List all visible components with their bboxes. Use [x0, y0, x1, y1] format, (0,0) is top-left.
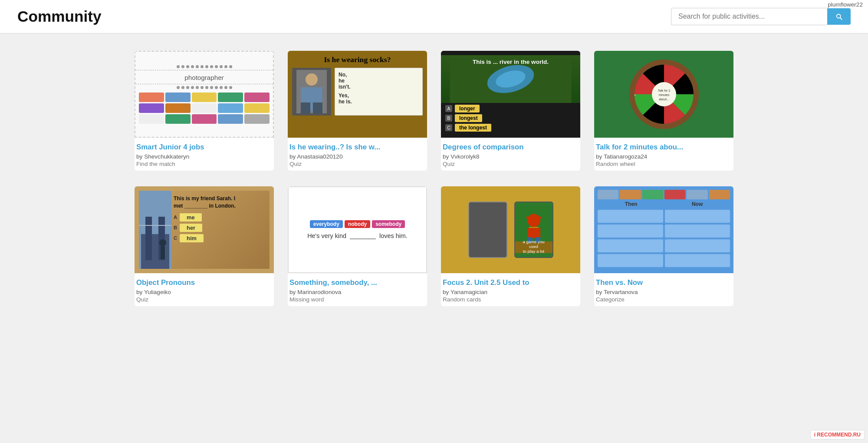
svg-rect-19: [161, 246, 165, 259]
thumb-photographer-label: photographer: [184, 70, 224, 84]
card-thumb-5: This is my friend Sarah. Imet ________ i…: [135, 186, 274, 273]
thumb-wearing-photo: [292, 68, 331, 116]
card-type-6: Missing word: [289, 296, 425, 303]
thumb-degrees-options: A longer B longest C the longest: [441, 103, 580, 133]
thumb-card-text: a game you usedto play a lot: [519, 239, 549, 254]
svg-text:Talk for 2: Talk for 2: [658, 89, 670, 92]
card-thumb-2: Is he wearing socks? No,heisn't.: [288, 51, 427, 138]
card-type-8: Categorize: [596, 296, 732, 303]
card-title-1: Smart Junior 4 jobs: [136, 143, 272, 152]
card-title-2: Is he wearing..? Is she w...: [289, 143, 425, 152]
search-area: [671, 8, 851, 25]
thumb-top-images: [598, 190, 730, 199]
card-title-3: Degrees of comparison: [443, 143, 579, 152]
card-thumb-6: everybody nobody somebody He's very kind…: [288, 186, 427, 273]
thumb-cards: a game you usedto play a lot: [468, 202, 553, 258]
username: plumflower22: [828, 1, 863, 8]
card-author-1: by Shevchukkateryn: [136, 153, 272, 160]
card-something[interactable]: everybody nobody somebody He's very kind…: [288, 186, 427, 306]
card-title-6: Something, somebody, ...: [289, 278, 425, 287]
thumb-opt-a: A longer: [445, 105, 576, 112]
svg-point-22: [527, 214, 540, 227]
thumb-header-then-now: Then Now: [598, 201, 730, 207]
thumb-pronouns-opts: A me B her C him: [174, 213, 265, 242]
card-info-6: Something, somebody, ... by Marinarodion…: [288, 273, 427, 306]
cards-grid: photographer: [135, 51, 733, 306]
card-thumb-3: This is ... river in the world. A longer…: [441, 51, 580, 138]
card-focus[interactable]: a game you usedto play a lot Focus 2. Un…: [441, 186, 580, 306]
thumb-card-front: a game you usedto play a lot: [514, 202, 553, 258]
svg-rect-4: [313, 102, 322, 113]
thumb-jobs-grid: [135, 91, 273, 126]
card-author-7: by Yanamagician: [443, 289, 579, 295]
card-type-7: Random cards: [443, 296, 579, 303]
svg-text:minutes: minutes: [658, 93, 669, 96]
thumb-wearing-card: No,heisn't. Yes,he is.: [335, 68, 423, 116]
card-thumb-7: a game you usedto play a lot: [441, 186, 580, 273]
card-thumb-8: Then Now: [594, 186, 733, 273]
content-area: photographer: [108, 33, 760, 324]
svg-point-1: [306, 73, 318, 86]
thumb-card-back: [468, 202, 507, 258]
search-button[interactable]: [827, 8, 851, 25]
thumb-tags: everybody nobody somebody: [310, 220, 405, 228]
thumb-wearing-question: Is he wearing socks?: [292, 55, 423, 64]
card-info-5: Object Pronouns by Yuliageiko Quiz: [135, 273, 274, 306]
card-type-4: Random wheel: [596, 161, 732, 167]
card-thumb-1: photographer: [135, 51, 274, 138]
card-info-3: Degrees of comparison by Vvkorolyk8 Quiz: [441, 138, 580, 171]
card-author-5: by Yuliageiko: [136, 289, 272, 295]
card-title-7: Focus 2. Unit 2.5 Used to: [443, 278, 579, 287]
thumb-river: This is ... river in the world.: [441, 55, 580, 103]
header: Community: [0, 0, 868, 33]
thumb-sentence: He's very kind loves him.: [307, 232, 408, 239]
card-then-now[interactable]: Then Now Then vs. Now by Tervartanova: [594, 186, 733, 306]
card-info-8: Then vs. Now by Tervartanova Categorize: [594, 273, 733, 306]
thumb-pronouns-text: This is my friend Sarah. Imet ________ i…: [174, 195, 265, 210]
card-info-2: Is he wearing..? Is she w... by Anastasi…: [288, 138, 427, 171]
card-author-8: by Tervartanova: [596, 289, 732, 295]
thumb-opt-b: B longest: [445, 114, 576, 122]
card-type-3: Quiz: [443, 161, 579, 167]
thumb-wearing-inner: No,heisn't. Yes,he is.: [292, 68, 423, 116]
svg-text:about...: about...: [659, 98, 669, 101]
card-title-5: Object Pronouns: [136, 278, 272, 287]
username-bar: plumflower22: [828, 0, 863, 9]
card-type-1: Find the match: [136, 161, 272, 167]
svg-rect-14: [141, 234, 169, 269]
card-wearing[interactable]: Is he wearing socks? No,heisn't.: [288, 51, 427, 171]
thumb-dots-top: [135, 63, 273, 70]
card-smart-junior[interactable]: photographer: [135, 51, 274, 171]
card-type-2: Quiz: [289, 161, 425, 167]
thumb-degrees-title: This is ... river in the world.: [441, 59, 580, 65]
wheel: Talk for 2 minutes about... ◆: [629, 60, 699, 129]
card-title-8: Then vs. Now: [596, 278, 732, 287]
card-title-4: Talk for 2 minutes abou...: [596, 143, 732, 152]
card-author-6: by Marinarodionova: [289, 289, 425, 295]
search-input[interactable]: [671, 8, 827, 25]
card-talk[interactable]: Talk for 2 minutes about... ◆ Talk for 2…: [594, 51, 733, 171]
svg-point-18: [159, 239, 166, 246]
card-author-4: by Tatianarogoza24: [596, 153, 732, 160]
card-author-3: by Vvkorolyk8: [443, 153, 579, 160]
svg-rect-15: [145, 217, 152, 260]
search-icon: [835, 13, 843, 20]
card-info-7: Focus 2. Unit 2.5 Used to by Yanamagicia…: [441, 273, 580, 306]
svg-rect-24: [527, 228, 540, 238]
card-type-5: Quiz: [136, 296, 272, 303]
card-info-1: Smart Junior 4 jobs by Shevchukkateryn F…: [135, 138, 274, 171]
card-thumb-4: Talk for 2 minutes about... ◆: [594, 51, 733, 138]
page-title: Community: [17, 8, 102, 25]
thumb-then-now-grid: [598, 210, 730, 267]
svg-rect-3: [301, 102, 310, 113]
card-author-2: by Anastasia020120: [289, 153, 425, 160]
card-pronouns[interactable]: This is my friend Sarah. Imet ________ i…: [135, 186, 274, 306]
card-degrees[interactable]: This is ... river in the world. A longer…: [441, 51, 580, 171]
svg-rect-23: [529, 227, 539, 228]
card-info-4: Talk for 2 minutes abou... by Tatianarog…: [594, 138, 733, 171]
thumb-opt-c: C the longest: [445, 124, 576, 132]
svg-rect-27: [526, 217, 541, 218]
thumb-dots-bottom: [135, 84, 273, 91]
